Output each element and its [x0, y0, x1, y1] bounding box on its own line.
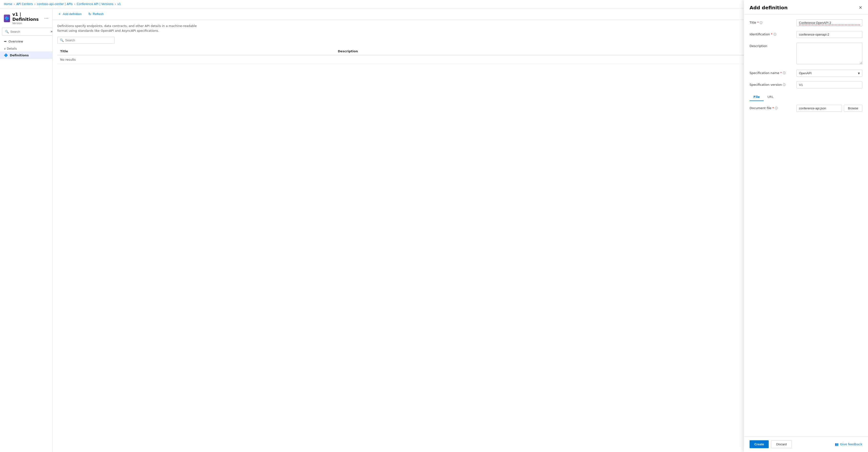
browse-button[interactable]: Browse [844, 105, 862, 112]
title-label: Title * ⓘ [750, 19, 793, 25]
sidebar-search-input[interactable] [10, 30, 50, 33]
doc-file-input[interactable] [796, 105, 842, 112]
content-description: Definitions specify endpoints, data cont… [57, 24, 200, 33]
add-icon: ＋ [58, 12, 61, 16]
col-title: Title [57, 48, 335, 55]
form-row-title: Title * ⓘ [750, 19, 862, 26]
refresh-button[interactable]: ↻ Refresh [87, 11, 105, 17]
spec-name-required: * [780, 71, 782, 75]
spec-version-input[interactable] [796, 82, 862, 88]
sidebar-section-details[interactable]: ∨ Details [0, 45, 52, 51]
form-row-description: Description [750, 43, 862, 65]
identification-input[interactable] [796, 31, 862, 38]
description-input-wrap [796, 43, 862, 65]
sidebar-search-box[interactable]: 🔍 ✕ [2, 28, 53, 36]
panel-close-button[interactable]: ✕ [859, 5, 862, 10]
sidebar-subtitle: Version [12, 22, 42, 25]
give-feedback-link[interactable]: 👥 Give feedback [835, 443, 862, 446]
title-input[interactable] [796, 19, 862, 26]
identification-label: Identification * ⓘ [750, 31, 793, 36]
refresh-icon: ↻ [88, 12, 91, 16]
sidebar-search-icon: 🔍 [5, 30, 9, 33]
spec-name-label: Specification name * ⓘ [750, 70, 793, 75]
table-no-results-row: No results [57, 55, 863, 64]
breadcrumb-v1[interactable]: v1 [117, 2, 121, 6]
doc-file-input-wrap: Browse [796, 105, 862, 112]
refresh-label: Refresh [93, 12, 104, 16]
description-label: Description [750, 43, 793, 48]
spec-version-input-wrap [796, 82, 862, 88]
identification-input-wrap [796, 31, 862, 38]
breadcrumb: Home › API Centers › contoso-api-center … [0, 0, 868, 8]
description-textarea[interactable] [796, 43, 862, 64]
sidebar-item-definitions[interactable]: 🔷 Definitions [0, 51, 52, 59]
breadcrumb-conference-api[interactable]: Conference API | Versions [76, 2, 113, 6]
feedback-label: Give feedback [840, 443, 862, 446]
breadcrumb-api-centers[interactable]: API Centers [16, 2, 33, 6]
definitions-icon: 🔷 [4, 53, 8, 57]
overview-icon: ➡️ [4, 39, 7, 43]
add-definition-panel: Add definition ✕ Title * ⓘ Identificatio… [744, 0, 868, 452]
discard-button[interactable]: Discard [771, 440, 792, 448]
table-search-icon: 🔍 [60, 38, 64, 42]
breadcrumb-contoso[interactable]: contoso-api-center | APIs [37, 2, 73, 6]
breadcrumb-home[interactable]: Home [4, 2, 12, 6]
sidebar-search-clear[interactable]: ✕ [50, 30, 53, 33]
create-button[interactable]: Create [750, 440, 769, 448]
feedback-icon: 👥 [835, 443, 839, 446]
spec-name-info-icon[interactable]: ⓘ [783, 71, 786, 75]
sidebar-item-overview-label: Overview [9, 40, 23, 43]
doc-file-info-icon[interactable]: ⓘ [775, 106, 778, 110]
panel-header: Add definition ✕ [744, 0, 868, 14]
sidebar: 🔷 v1 | Definitions Version ··· 🔍 ✕ « ➡️ … [0, 8, 53, 452]
sidebar-title: v1 | Definitions [12, 12, 42, 22]
title-info-icon[interactable]: ⓘ [760, 21, 763, 25]
panel-footer: Create Discard 👥 Give feedback [744, 436, 868, 452]
spec-version-label: Specification version ⓘ [750, 82, 793, 87]
sidebar-details-label: Details [7, 47, 17, 50]
spec-version-info-icon[interactable]: ⓘ [783, 83, 786, 87]
title-input-wrap [796, 19, 862, 26]
tab-url[interactable]: URL [764, 93, 777, 101]
identification-required: * [771, 32, 773, 36]
form-row-spec-name: Specification name * ⓘ OpenAPI AsyncAPI … [750, 70, 862, 77]
chevron-down-icon: ∨ [4, 47, 6, 50]
sidebar-more-button[interactable]: ··· [44, 16, 49, 21]
sidebar-item-overview[interactable]: ➡️ Overview [0, 37, 52, 45]
sidebar-icon: 🔷 [4, 14, 10, 22]
tab-file[interactable]: File [750, 93, 764, 101]
sidebar-item-definitions-label: Definitions [10, 54, 29, 57]
definitions-table: Title Description No results [57, 48, 863, 64]
add-definition-label: Add definition [63, 12, 82, 16]
title-required: * [757, 21, 759, 24]
form-row-spec-version: Specification version ⓘ [750, 82, 862, 88]
table-search-box[interactable]: 🔍 [57, 37, 115, 44]
identification-info-icon[interactable]: ⓘ [773, 32, 776, 36]
doc-file-required: * [772, 106, 774, 110]
form-row-identification: Identification * ⓘ [750, 31, 862, 38]
spec-name-select-wrap: OpenAPI AsyncAPI GraphQL gRPC WSDL WADL … [796, 70, 862, 77]
spec-name-select[interactable]: OpenAPI AsyncAPI GraphQL gRPC WSDL WADL … [796, 70, 862, 77]
table-search-input[interactable] [65, 38, 112, 42]
panel-body: Title * ⓘ Identification * ⓘ Descri [744, 14, 868, 436]
form-row-doc-file: Document file * ⓘ Browse [750, 105, 862, 112]
footer-actions: Create Discard [750, 440, 792, 448]
doc-file-label: Document file * ⓘ [750, 105, 793, 110]
document-tab-row: File URL [750, 93, 862, 101]
panel-title: Add definition [750, 5, 787, 10]
add-definition-button[interactable]: ＋ Add definition [56, 11, 83, 17]
sidebar-header: 🔷 v1 | Definitions Version ··· [0, 8, 52, 27]
no-results-text: No results [57, 55, 863, 64]
